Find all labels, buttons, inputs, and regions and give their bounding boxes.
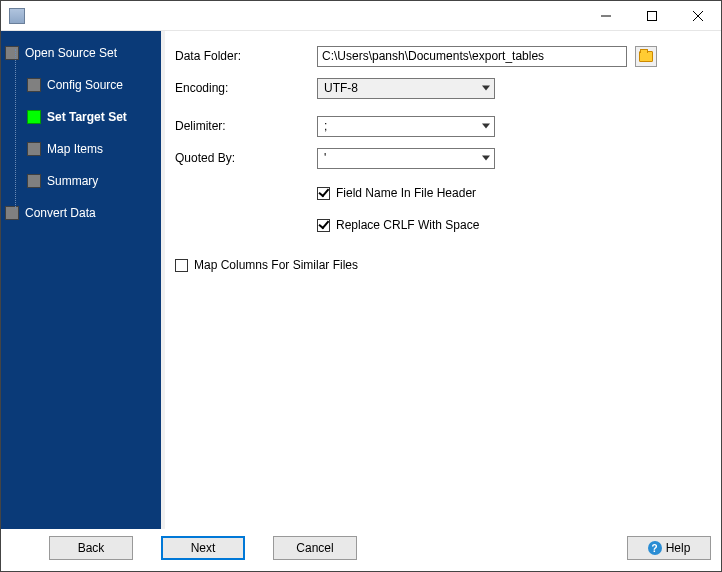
quoted-by-value: ' [324,151,326,165]
quoted-by-label: Quoted By: [175,151,317,165]
folder-icon [639,51,653,62]
delimiter-value: ; [324,119,327,133]
form-panel: Data Folder: Encoding: UTF-8 Delimiter: … [165,31,721,529]
step-summary[interactable]: Summary [27,169,161,193]
row-data-folder: Data Folder: [175,45,711,67]
encoding-value: UTF-8 [324,81,358,95]
row-replace-crlf: Replace CRLF With Space [317,215,711,235]
quoted-by-select[interactable]: ' [317,148,495,169]
replace-crlf-label: Replace CRLF With Space [336,218,479,232]
step-open-source-set[interactable]: Open Source Set [5,41,161,65]
replace-crlf-checkbox[interactable] [317,219,330,232]
row-encoding: Encoding: UTF-8 [175,77,711,99]
encoding-label: Encoding: [175,81,317,95]
step-config-source[interactable]: Config Source [27,73,161,97]
row-quoted-by: Quoted By: ' [175,147,711,169]
map-columns-checkbox[interactable] [175,259,188,272]
app-icon [9,8,25,24]
step-label: Open Source Set [25,46,117,60]
tree-connector [15,49,16,209]
row-field-name-header: Field Name In File Header [317,183,711,203]
delimiter-select[interactable]: ; [317,116,495,137]
step-node-icon-active [27,110,41,124]
step-set-target-set[interactable]: Set Target Set [27,105,161,129]
step-map-items[interactable]: Map Items [27,137,161,161]
chevron-down-icon [482,124,490,129]
delimiter-label: Delimiter: [175,119,317,133]
map-columns-label: Map Columns For Similar Files [194,258,358,272]
back-button-label: Back [78,541,105,555]
data-folder-input[interactable] [317,46,627,67]
wizard-window: Open Source Set Config Source Set Target… [0,0,722,572]
cancel-button-label: Cancel [296,541,333,555]
help-icon: ? [648,541,662,555]
step-convert-data[interactable]: Convert Data [5,201,161,225]
next-button[interactable]: Next [161,536,245,560]
cancel-button[interactable]: Cancel [273,536,357,560]
field-name-header-label: Field Name In File Header [336,186,476,200]
step-label: Summary [47,174,98,188]
close-button[interactable] [675,1,721,31]
step-node-icon [5,206,19,220]
chevron-down-icon [482,86,490,91]
step-label: Convert Data [25,206,96,220]
step-node-icon [27,78,41,92]
browse-button[interactable] [635,46,657,67]
step-node-icon [27,142,41,156]
help-button-label: Help [666,541,691,555]
wizard-steps-sidebar: Open Source Set Config Source Set Target… [1,31,161,529]
step-node-icon [27,174,41,188]
row-map-columns: Map Columns For Similar Files [175,255,711,275]
svg-rect-1 [648,11,657,20]
help-button[interactable]: ? Help [627,536,711,560]
minimize-button[interactable] [583,1,629,31]
next-button-label: Next [191,541,216,555]
row-delimiter: Delimiter: ; [175,115,711,137]
wizard-footer: Back Next Cancel ? Help [1,529,721,571]
encoding-select[interactable]: UTF-8 [317,78,495,99]
titlebar [1,1,721,31]
step-label: Config Source [47,78,123,92]
step-node-icon [5,46,19,60]
step-label: Set Target Set [47,110,127,124]
data-folder-label: Data Folder: [175,49,317,63]
content-area: Open Source Set Config Source Set Target… [1,31,721,529]
maximize-button[interactable] [629,1,675,31]
field-name-header-checkbox[interactable] [317,187,330,200]
step-label: Map Items [47,142,103,156]
back-button[interactable]: Back [49,536,133,560]
chevron-down-icon [482,156,490,161]
